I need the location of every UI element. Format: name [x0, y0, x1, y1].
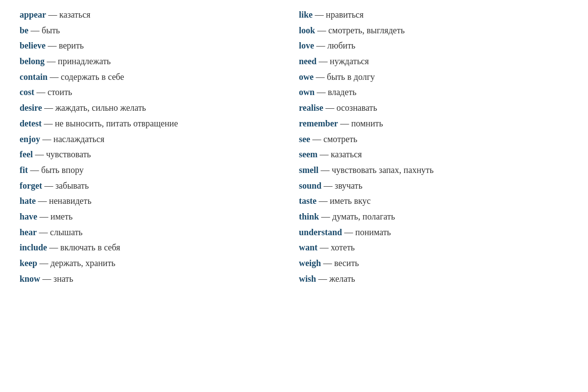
dash-separator: — [28, 25, 42, 35]
english-word: need [299, 56, 317, 66]
dash-separator: — [318, 165, 332, 175]
english-word: understand [299, 227, 342, 237]
list-item: belong — принадлежать [20, 54, 289, 69]
russian-translation: казаться [59, 10, 90, 20]
russian-translation: понимать [355, 227, 391, 237]
dash-separator: — [42, 119, 55, 128]
dash-separator: — [315, 87, 328, 97]
list-item: hate — ненавидеть [20, 194, 289, 209]
russian-translation: смотреть [323, 134, 357, 144]
dash-separator: — [47, 243, 60, 252]
list-item: want — хотеть [299, 241, 568, 255]
russian-translation: хотеть [331, 243, 355, 252]
column-left: appear — казатьсяbe — бытьbelieve — вери… [15, 8, 294, 287]
dash-separator: — [321, 181, 335, 191]
russian-translation: содержать в себе [61, 72, 124, 82]
dash-separator: — [318, 149, 331, 159]
dash-separator: — [42, 181, 55, 191]
list-item: keep — держать, хранить [20, 256, 289, 271]
list-item: forget — забывать [20, 179, 289, 194]
english-word: desire [20, 103, 42, 113]
list-item: feel — чувствовать [20, 147, 289, 162]
dash-separator: — [37, 258, 50, 268]
english-word: detest [20, 119, 42, 128]
list-item: need — нуждаться [299, 54, 568, 69]
russian-translation: осознавать [337, 103, 377, 113]
russian-translation: чувствовать запах, пахнуть [332, 165, 434, 175]
list-item: like — нравиться [299, 8, 568, 23]
russian-translation: жаждать, сильно желать [55, 103, 146, 113]
list-item: appear — казаться [20, 8, 289, 23]
english-word: believe [20, 41, 46, 50]
english-word: wish [299, 274, 316, 284]
russian-translation: наслаждаться [53, 134, 104, 144]
russian-translation: иметь вкус [330, 196, 371, 206]
russian-translation: чувствовать [46, 149, 91, 159]
english-word: contain [20, 72, 48, 82]
dash-separator: — [40, 134, 53, 144]
english-word: want [299, 243, 318, 252]
dash-separator: — [45, 56, 58, 66]
english-word: feel [20, 149, 33, 159]
russian-translation: забывать [55, 181, 89, 191]
dash-separator: — [36, 196, 49, 206]
english-word: seem [299, 149, 318, 159]
english-word: hear [20, 227, 37, 237]
list-item: know — знать [20, 272, 289, 287]
dash-separator: — [313, 10, 326, 20]
russian-translation: держать, хранить [50, 258, 116, 268]
list-item: owe — быть в долгу [299, 70, 568, 85]
english-word: have [20, 212, 37, 221]
russian-translation: весить [334, 258, 359, 268]
english-word: love [299, 41, 314, 50]
english-word: realise [299, 103, 323, 113]
list-item: look — смотреть, выглядеть [299, 24, 568, 38]
list-item: hear — слышать [20, 225, 289, 240]
english-word: include [20, 243, 47, 252]
dash-separator: — [40, 274, 53, 284]
list-item: weigh — весить [299, 256, 568, 271]
english-word: see [299, 134, 310, 144]
list-item: be — быть [20, 24, 289, 38]
russian-translation: владеть [328, 87, 356, 97]
russian-translation: ненавидеть [49, 196, 92, 206]
russian-translation: любить [327, 41, 355, 50]
dash-separator: — [319, 212, 332, 221]
dash-separator: — [310, 134, 323, 144]
english-word: appear [20, 10, 46, 20]
russian-translation: стоить [48, 87, 72, 97]
dash-separator: — [46, 10, 59, 20]
dash-separator: — [37, 212, 50, 221]
list-item: believe — верить [20, 39, 289, 53]
russian-translation: слышать [50, 227, 83, 237]
russian-translation: думать, полагать [332, 212, 395, 221]
column-right: like — нравитьсяlook — смотреть, выгляде… [294, 8, 573, 287]
list-item: remember — помнить [299, 117, 568, 131]
list-item: have — иметь [20, 210, 289, 224]
list-item: include — включать в себя [20, 241, 289, 255]
list-item: understand — понимать [299, 225, 568, 240]
dash-separator: — [314, 72, 327, 82]
russian-translation: верить [59, 41, 84, 50]
english-word: look [299, 25, 315, 35]
dash-separator: — [342, 227, 355, 237]
english-word: smell [299, 165, 318, 175]
dash-separator: — [34, 87, 48, 97]
list-item: smell — чувствовать запах, пахнуть [299, 163, 568, 178]
dash-separator: — [46, 41, 59, 50]
english-word: know [20, 274, 40, 284]
english-word: forget [20, 181, 42, 191]
russian-translation: нравиться [326, 10, 364, 20]
dash-separator: — [317, 196, 330, 206]
english-word: weigh [299, 258, 321, 268]
russian-translation: звучать [335, 181, 363, 191]
list-item: desire — жаждать, сильно желать [20, 101, 289, 116]
russian-translation: казаться [331, 149, 362, 159]
russian-translation: не выносить, питать отвращение [55, 119, 178, 128]
russian-translation: включать в себя [60, 243, 120, 252]
dash-separator: — [314, 41, 327, 50]
dash-separator: — [33, 149, 46, 159]
dash-separator: — [42, 103, 55, 113]
list-item: realise — осознавать [299, 101, 568, 116]
list-item: wish — желать [299, 272, 568, 287]
